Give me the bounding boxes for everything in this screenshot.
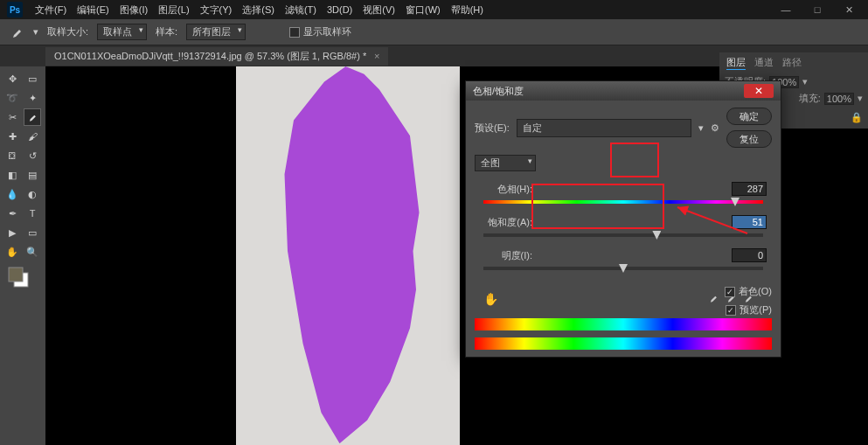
selection-dress bbox=[275, 66, 428, 445]
show-ring-label: 显示取样环 bbox=[303, 25, 351, 38]
maximize-button[interactable]: □ bbox=[805, 4, 830, 16]
fill-label: 填充: bbox=[799, 92, 821, 105]
eyedropper-icon[interactable] bbox=[707, 292, 719, 306]
sat-label: 饱和度(A): bbox=[480, 216, 532, 229]
preset-dropdown[interactable]: 自定 bbox=[517, 119, 691, 137]
menu-view[interactable]: 视图(V) bbox=[358, 3, 400, 17]
ok-button[interactable]: 确定 bbox=[726, 108, 772, 125]
hue-slider[interactable] bbox=[483, 198, 763, 206]
sat-value[interactable]: 51 bbox=[732, 215, 767, 229]
menu-window[interactable]: 窗口(W) bbox=[400, 3, 446, 17]
document-tab[interactable]: O1CN011XOeaDmoDJiVqtt_!!91372914.jpg @ 5… bbox=[45, 47, 388, 66]
toolbox: ✥ ▭ ➰ ✦ ✂ ✚ 🖌 ⛋ ↺ ◧ ▤ 💧 ◐ ✒ T ▶ ▭ ✋ 🔍 bbox=[0, 66, 45, 445]
colorize-checkbox[interactable]: ✓ bbox=[725, 287, 735, 297]
light-label: 明度(I): bbox=[480, 249, 532, 262]
sample-size-label: 取样大小: bbox=[47, 25, 88, 38]
dialog-titlebar[interactable]: 色相/饱和度 ✕ bbox=[466, 81, 781, 101]
menu-select[interactable]: 选择(S) bbox=[237, 3, 280, 17]
marquee-tool[interactable]: ▭ bbox=[24, 70, 41, 87]
spectrum-bottom bbox=[475, 337, 772, 350]
eyedropper-tool-icon[interactable] bbox=[9, 24, 24, 40]
tab-layers[interactable]: 图层 bbox=[726, 56, 746, 71]
shape-tool[interactable]: ▭ bbox=[24, 224, 41, 241]
blur-tool[interactable]: 💧 bbox=[3, 185, 21, 203]
reset-button[interactable]: 复位 bbox=[726, 130, 772, 148]
minimize-button[interactable]: — bbox=[774, 4, 798, 16]
hand-icon[interactable]: ✋ bbox=[483, 292, 498, 306]
options-bar: ▾ 取样大小: 取样点 样本: 所有图层 显示取样环 bbox=[0, 19, 868, 45]
sample-dropdown[interactable]: 所有图层 bbox=[186, 24, 246, 40]
hue-saturation-dialog: 色相/饱和度 ✕ 预设(E): 自定 ▾ ⚙ 确定 复位 全图 色相(H):28… bbox=[465, 80, 781, 358]
app-logo: Ps bbox=[7, 2, 23, 17]
range-dropdown[interactable]: 全图 bbox=[475, 155, 536, 171]
document-close-icon[interactable]: × bbox=[374, 51, 379, 61]
dialog-close-button[interactable]: ✕ bbox=[744, 84, 774, 98]
sample-label: 样本: bbox=[156, 25, 177, 38]
preview-checkbox[interactable]: ✓ bbox=[726, 305, 736, 316]
crop-tool[interactable]: ✂ bbox=[3, 108, 21, 126]
preset-label: 预设(E): bbox=[475, 122, 510, 135]
menu-filter[interactable]: 滤镜(T) bbox=[280, 3, 322, 17]
menu-edit[interactable]: 编辑(E) bbox=[72, 3, 115, 17]
menu-type[interactable]: 文字(Y) bbox=[195, 3, 238, 17]
colorize-label: 着色(O) bbox=[739, 285, 772, 298]
move-tool[interactable]: ✥ bbox=[3, 70, 21, 87]
color-swatches[interactable] bbox=[3, 262, 42, 296]
brush-tool[interactable]: 🖌 bbox=[24, 128, 41, 145]
light-value[interactable]: 0 bbox=[732, 248, 767, 262]
menu-image[interactable]: 图像(I) bbox=[115, 3, 153, 17]
preview-label: 预览(P) bbox=[740, 303, 772, 316]
hue-value[interactable]: 287 bbox=[732, 182, 767, 196]
sample-size-dropdown[interactable]: 取样点 bbox=[97, 24, 147, 40]
sat-slider[interactable] bbox=[483, 231, 763, 240]
image-content bbox=[236, 66, 460, 445]
hand-tool[interactable]: ✋ bbox=[3, 243, 21, 261]
text-tool[interactable]: T bbox=[24, 205, 41, 222]
lock-icon[interactable]: 🔒 bbox=[851, 112, 863, 123]
title-bar: Ps 文件(F) 编辑(E) 图像(I) 图层(L) 文字(Y) 选择(S) 滤… bbox=[0, 0, 868, 19]
svg-rect-1 bbox=[9, 268, 23, 282]
menu-help[interactable]: 帮助(H) bbox=[446, 3, 489, 17]
healing-tool[interactable]: ✚ bbox=[3, 128, 21, 145]
stamp-tool[interactable]: ⛋ bbox=[3, 147, 21, 164]
tab-paths[interactable]: 路径 bbox=[782, 56, 802, 71]
spectrum-top bbox=[475, 318, 772, 330]
pen-tool[interactable]: ✒ bbox=[3, 205, 21, 222]
dialog-title: 色相/饱和度 bbox=[473, 85, 524, 98]
fill-value[interactable]: 100% bbox=[824, 93, 854, 105]
document-tab-label: O1CN011XOeaDmoDJiVqtt_!!91372914.jpg @ 5… bbox=[54, 51, 366, 61]
show-ring-checkbox[interactable] bbox=[289, 27, 300, 38]
lasso-tool[interactable]: ➰ bbox=[3, 89, 21, 107]
menu-file[interactable]: 文件(F) bbox=[30, 3, 72, 17]
tab-channels[interactable]: 通道 bbox=[754, 56, 774, 71]
gradient-tool[interactable]: ▤ bbox=[24, 166, 41, 184]
eraser-tool[interactable]: ◧ bbox=[3, 166, 21, 184]
dodge-tool[interactable]: ◐ bbox=[24, 185, 41, 203]
hue-label: 色相(H): bbox=[480, 183, 532, 196]
gear-icon[interactable]: ⚙ bbox=[711, 122, 719, 134]
light-slider[interactable] bbox=[483, 264, 763, 273]
close-button[interactable]: ✕ bbox=[837, 4, 861, 16]
menu-layer[interactable]: 图层(L) bbox=[153, 3, 194, 17]
path-select-tool[interactable]: ▶ bbox=[3, 224, 21, 241]
menu-3d[interactable]: 3D(D) bbox=[322, 4, 358, 15]
zoom-tool[interactable]: 🔍 bbox=[24, 243, 41, 261]
magic-wand-tool[interactable]: ✦ bbox=[24, 89, 41, 107]
history-brush-tool[interactable]: ↺ bbox=[24, 147, 41, 164]
eyedropper-tool[interactable] bbox=[24, 108, 41, 126]
